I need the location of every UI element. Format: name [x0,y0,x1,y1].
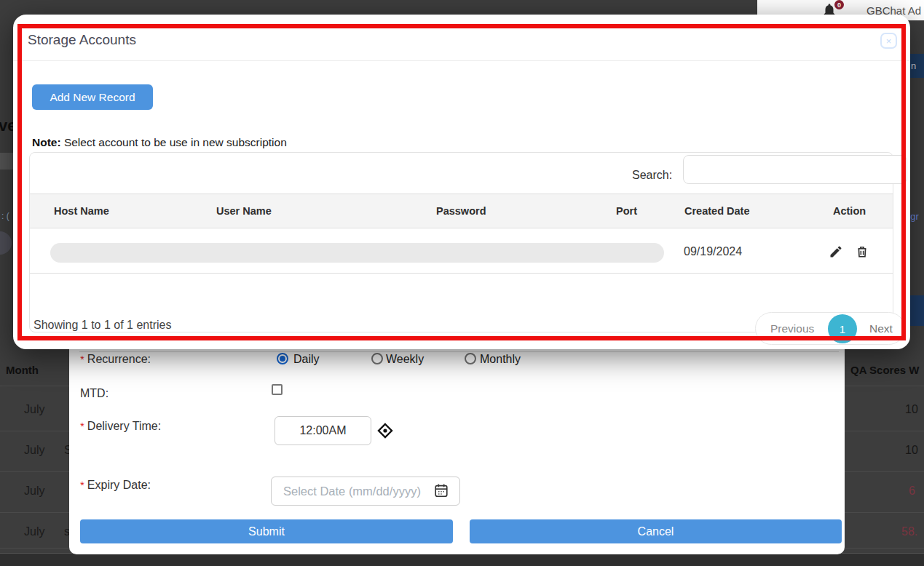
divider [79,351,839,352]
redacted-account-data [50,243,664,263]
pagination: Previous 1 Next [755,312,905,345]
month-column-header: Month [6,364,39,376]
col-user-name: User Name [216,205,272,217]
qa-score-value: 10 [905,403,918,416]
table-row: July [24,485,44,498]
time-picker-icon[interactable] [376,422,394,442]
background-circle-fragment [0,231,12,255]
qa-score-value: 58. [901,525,917,538]
table-row: Julys [24,525,44,538]
background-footer-strip [0,553,924,566]
edit-icon[interactable] [829,244,843,262]
close-icon[interactable]: × [880,33,897,49]
radio-weekly-label[interactable]: Weekly [386,353,424,366]
radio-daily-label[interactable]: Daily [293,353,320,366]
expiry-date-label: *Expiry Date: [80,479,151,492]
submit-button[interactable]: Submit [80,519,453,543]
pagination-next[interactable]: Next [869,322,893,335]
entries-summary: Showing 1 to 1 of 1 entries [33,319,171,332]
delivery-time-input[interactable] [275,416,371,445]
pagination-page-1[interactable]: 1 [828,314,857,343]
background-text-fragment: : ( [1,211,9,221]
search-input[interactable] [683,155,907,184]
note-text: Note: Select account to be use in new su… [32,136,287,149]
subscription-form-modal: *Recurrence: Daily Weekly Monthly MTD: *… [69,331,845,554]
background-month-table: Month July JulyS July Julys [0,349,70,553]
accounts-grid: Search: Host Name User Name Password Por… [29,152,893,332]
notification-badge: 0 [833,0,845,11]
created-date-value: 09/19/2024 [684,245,742,258]
table-header-row: Host Name User Name Password Port Create… [30,194,893,228]
mtd-checkbox[interactable] [272,384,283,395]
radio-monthly[interactable] [465,353,476,364]
required-marker: * [80,420,84,432]
expiry-date-input[interactable] [271,477,460,506]
table-row: July [24,403,44,416]
col-created-date: Created Date [684,205,749,217]
required-marker: * [80,353,84,365]
col-port: Port [616,205,637,217]
mtd-label: MTD: [80,387,108,400]
qa-column-header: QA Scores W [850,364,919,376]
cancel-button[interactable]: Cancel [470,519,842,543]
col-action: Action [833,205,866,217]
delete-icon[interactable] [855,244,869,262]
divider [13,60,910,61]
table-row: JulyS [24,444,44,457]
qa-score-value: 10 [905,444,918,457]
screen: Month July JulyS July Julys QA Scores W … [0,0,924,566]
pagination-previous[interactable]: Previous [770,322,814,335]
radio-daily[interactable] [277,353,288,364]
delivery-time-label: *Delivery Time: [80,420,161,433]
radio-weekly[interactable] [371,353,383,364]
add-new-record-button[interactable]: Add New Record [32,84,153,110]
col-host-name: Host Name [54,205,109,217]
background-bar-fragment [0,153,15,170]
background-qa-table: QA Scores W 10 10 6 58. [845,349,924,553]
radio-monthly-label[interactable]: Monthly [480,353,521,366]
calendar-icon[interactable] [433,482,449,501]
storage-accounts-modal: Storage Accounts × Add New Record Note: … [13,15,910,349]
recurrence-label: *Recurrence: [80,353,151,366]
qa-score-value: 6 [909,485,915,498]
table-row: 09/19/2024 [30,228,893,274]
col-password: Password [436,205,486,217]
search-label: Search: [632,169,672,182]
modal-title: Storage Accounts [28,32,136,48]
required-marker: * [80,479,84,491]
